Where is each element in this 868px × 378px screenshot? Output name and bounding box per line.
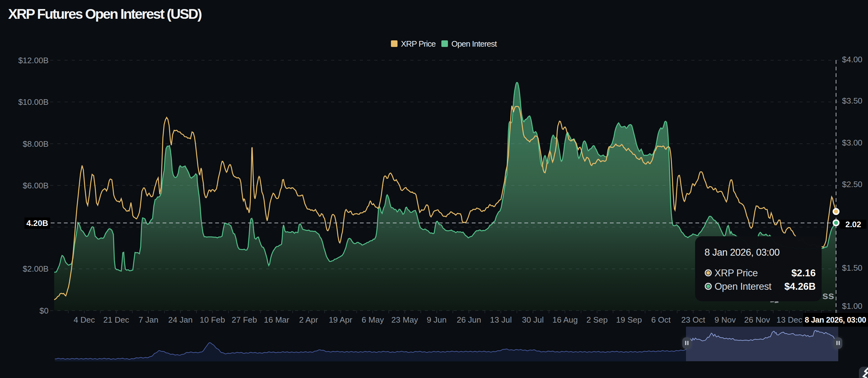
svg-text:2.02: 2.02 <box>845 220 861 229</box>
svg-text:26 Jun: 26 Jun <box>457 315 481 324</box>
svg-text:XRP Price: XRP Price <box>714 268 758 278</box>
svg-text:23 Oct: 23 Oct <box>681 315 706 324</box>
svg-text:8 Jan 2026, 03:00: 8 Jan 2026, 03:00 <box>705 247 780 258</box>
svg-text:XRP Futures Open Interest (USD: XRP Futures Open Interest (USD) <box>8 6 202 22</box>
svg-text:Open Interest: Open Interest <box>452 39 497 48</box>
svg-text:$10.00B: $10.00B <box>18 97 49 107</box>
svg-text:Open Interest: Open Interest <box>714 281 772 292</box>
svg-text:6 Oct: 6 Oct <box>651 315 671 324</box>
svg-text:6 May: 6 May <box>362 315 384 324</box>
svg-text:13 Dec: 13 Dec <box>777 315 802 324</box>
svg-text:ss: ss <box>822 289 834 301</box>
svg-text:8 Jan 2026, 03:00: 8 Jan 2026, 03:00 <box>805 315 866 324</box>
svg-text:4 Dec: 4 Dec <box>73 315 95 324</box>
svg-text:23 May: 23 May <box>391 315 418 324</box>
svg-text:$2.16: $2.16 <box>791 268 816 278</box>
svg-text:19 Apr: 19 Apr <box>329 315 352 324</box>
svg-text:$1.50: $1.50 <box>842 263 862 273</box>
svg-text:7 Jan: 7 Jan <box>138 315 158 324</box>
svg-text:$6.00B: $6.00B <box>23 181 49 190</box>
svg-text:$2.50: $2.50 <box>842 180 862 189</box>
svg-text:XRP Price: XRP Price <box>401 39 436 48</box>
svg-text:21 Dec: 21 Dec <box>103 315 129 324</box>
svg-text:10 Feb: 10 Feb <box>200 315 225 324</box>
svg-text:$1.00: $1.00 <box>842 301 862 311</box>
svg-text:9 Nov: 9 Nov <box>714 315 736 324</box>
svg-text:$3.50: $3.50 <box>842 96 862 105</box>
svg-text:4.20B: 4.20B <box>26 218 48 228</box>
svg-text:$4.26B: $4.26B <box>784 281 816 292</box>
svg-text:27 Feb: 27 Feb <box>232 315 257 324</box>
svg-text:$4.00: $4.00 <box>842 55 862 64</box>
svg-text:2 Apr: 2 Apr <box>299 315 318 324</box>
svg-text:$8.00B: $8.00B <box>23 139 49 149</box>
svg-text:16 Aug: 16 Aug <box>553 315 578 324</box>
svg-text:19 Sep: 19 Sep <box>616 315 642 324</box>
svg-text:16 Mar: 16 Mar <box>264 315 289 324</box>
svg-text:30 Jul: 30 Jul <box>522 315 544 324</box>
svg-text:$0: $0 <box>39 306 49 315</box>
svg-text:24 Jan: 24 Jan <box>168 315 193 324</box>
svg-text:$2.00B: $2.00B <box>23 264 49 274</box>
svg-text:2 Sep: 2 Sep <box>586 315 608 324</box>
svg-text:26 Nov: 26 Nov <box>744 315 770 324</box>
svg-text:13 Jul: 13 Jul <box>490 315 512 324</box>
svg-text:9 Jun: 9 Jun <box>427 315 447 324</box>
svg-text:$12.00B: $12.00B <box>18 56 49 65</box>
svg-text:$3.00: $3.00 <box>842 138 862 147</box>
